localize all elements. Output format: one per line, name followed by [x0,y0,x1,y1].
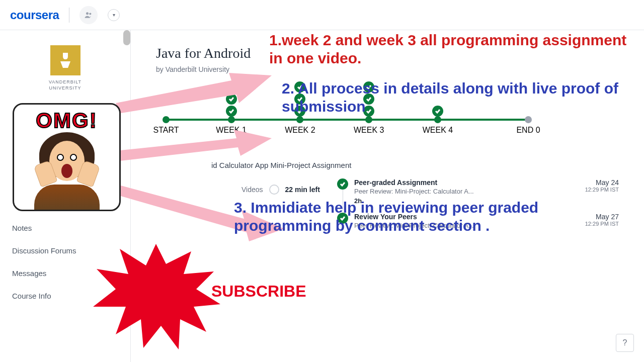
coursera-logo[interactable]: coursera [10,8,59,22]
svg-marker-3 [116,130,272,161]
assignment-title: id Calculator App Mini-Project Assignmen… [211,161,619,169]
help-button[interactable]: ? [616,334,634,352]
arrow-1-icon [116,70,272,116]
timeline-dot [228,116,235,123]
university-logo-icon [50,45,80,75]
starburst-icon [91,241,221,352]
svg-point-1 [90,13,92,15]
users-icon[interactable] [79,6,98,24]
omg-sticker: OMG! [13,103,121,211]
timeline-dot [163,116,170,123]
timeline-dot [296,116,303,123]
sidebar-item-notes[interactable]: Notes [0,217,130,239]
overlay-line-3: 3. Immidiate help in reviewing peer grad… [234,199,616,235]
task-title: Peer-graded Assignment [354,178,579,187]
timeline-label: END 0 [516,126,540,135]
timeline-dot [434,116,441,123]
overlay-line-2: 2. All process in details along with liv… [282,79,624,116]
task-time: 12:29 PM IST [585,187,619,193]
chevron-right-icon[interactable]: › [528,115,531,124]
overlay-line-1: 1.week 2 and week 3 all programming assi… [269,31,631,67]
university-name: VANDERBILT UNIVERSITY [49,79,82,91]
svg-marker-2 [116,73,272,113]
task-subtitle: Peer Review: Mini-Project: Calculator A.… [354,188,579,195]
timeline-label: WEEK 3 [354,126,384,135]
subscribe-text: SUBSCRIBE [211,282,306,301]
timeline-dot [365,116,372,123]
header: coursera ▾ [0,0,644,30]
timeline-label: WEEK 2 [285,126,315,135]
chevron-down-icon[interactable]: ▾ [108,9,120,21]
videos-time: 22 min left [285,186,320,194]
check-icon [337,178,348,190]
university-badge: VANDERBILT UNIVERSITY [0,30,130,101]
scrollbar[interactable] [123,30,130,45]
timeline-track: › [166,119,528,121]
arrow-2-icon [116,128,272,163]
omg-text: OMG! [36,109,97,133]
timeline-label: WEEK 4 [423,126,453,135]
divider [69,8,69,23]
task-date: May 24 [585,178,619,187]
svg-point-0 [86,12,89,15]
svg-marker-5 [93,244,220,349]
